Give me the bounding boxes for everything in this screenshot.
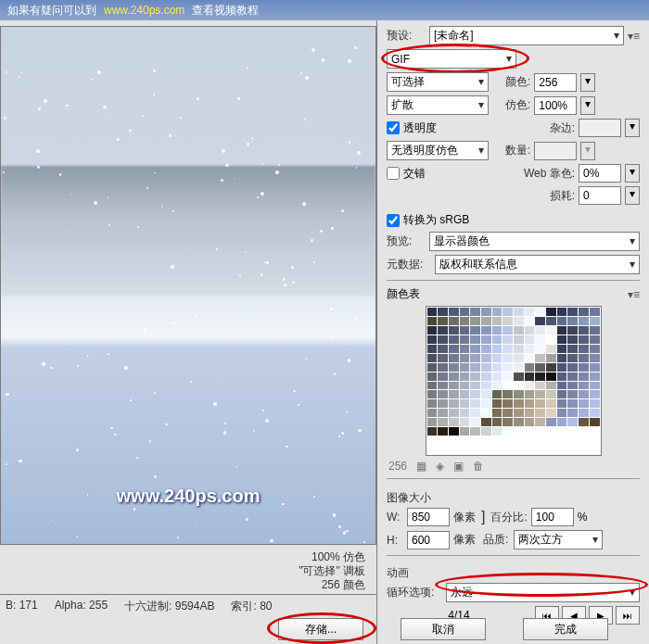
amount-field — [534, 142, 577, 160]
lossy-dropdown-icon[interactable]: ▾ — [625, 186, 640, 205]
quality-label: 品质: — [483, 532, 508, 548]
top-hint-bar: 如果有疑问可以到 www.240ps.com 查看视频教程 — [0, 0, 649, 20]
matte-dropdown-icon[interactable]: ▾ — [625, 119, 640, 137]
colors-dropdown-icon[interactable]: ▾ — [580, 73, 595, 92]
colors-label: 颜色: — [505, 74, 530, 90]
format-select[interactable]: GIF — [387, 49, 516, 69]
width-px: 像素 — [453, 510, 476, 525]
loop-select[interactable]: 永远 — [446, 583, 640, 602]
quality-select[interactable]: 两次立方 — [514, 530, 603, 549]
hint-url: www.240ps.com — [104, 4, 185, 17]
width-label: W: — [387, 511, 403, 524]
hint-text-1: 如果有疑问可以到 — [7, 3, 96, 19]
preview-panel: www.240ps.com 100% 仿色 "可选择" 调板 256 颜色 B:… — [0, 20, 376, 644]
cancel-button[interactable]: 取消 — [401, 618, 486, 640]
height-label: H: — [387, 534, 403, 547]
watermark-text: www.240ps.com — [117, 486, 261, 507]
preview-info-palette: "可选择" 调板 — [0, 564, 365, 578]
anim-label: 动画 — [387, 565, 640, 581]
matte-label: 杂边: — [550, 120, 575, 136]
status-bar: B: 171 Alpha: 255 十六进制: 9594AB 索引: 80 — [0, 594, 376, 618]
percent-label: 百分比: — [490, 510, 527, 525]
preview-select[interactable]: 显示器颜色 — [429, 232, 640, 251]
imagesize-label: 图像大小 — [387, 490, 640, 506]
preview-info: 100% 仿色 "可选择" 调板 256 颜色 — [0, 547, 376, 594]
color-table[interactable] — [426, 306, 602, 456]
amount-dropdown-icon: ▾ — [580, 142, 595, 160]
websnap-dropdown-icon[interactable]: ▾ — [625, 164, 640, 183]
preview-info-dither: 100% 仿色 — [0, 550, 365, 564]
amount-label: 数量: — [505, 143, 530, 158]
height-field[interactable]: 600 — [407, 531, 450, 549]
status-hex: 十六进制: 9594AB — [124, 599, 214, 614]
colortable-count: 256 — [388, 460, 407, 473]
preview-select-label: 预览: — [387, 234, 426, 249]
loop-label: 循环选项: — [387, 585, 442, 600]
reduction-select[interactable]: 可选择 — [387, 72, 489, 92]
interlaced-checkbox[interactable] — [387, 167, 400, 180]
transparency-checkbox[interactable] — [387, 121, 400, 134]
last-frame-button[interactable]: ⏭ — [616, 606, 640, 625]
status-b: B: 171 — [6, 599, 38, 614]
preview-info-colors: 256 颜色 — [0, 578, 365, 592]
colortable-label: 颜色表 — [387, 286, 420, 302]
interlaced-label: 交错 — [403, 166, 426, 182]
lossy-label: 损耗: — [550, 188, 575, 204]
image-preview: www.240ps.com — [0, 26, 376, 545]
panel-menu-icon[interactable]: ▾≡ — [628, 30, 640, 43]
percent-sym: % — [578, 511, 588, 524]
websnap-label: Web 靠色: — [524, 166, 575, 182]
dither-pct-dropdown-icon[interactable]: ▾ — [580, 96, 595, 115]
dither-pct-label: 仿色: — [505, 97, 530, 113]
matte-field[interactable] — [579, 119, 621, 137]
websnap-field[interactable]: 0% — [579, 164, 621, 183]
lock-icon[interactable]: ▦ — [416, 460, 426, 473]
done-button[interactable]: 完成 — [523, 618, 608, 640]
metadata-select[interactable]: 版权和联系信息 — [435, 255, 640, 274]
status-alpha: Alpha: 255 — [55, 599, 108, 614]
colors-field[interactable]: 256 — [534, 73, 577, 92]
status-index: 索引: 80 — [231, 599, 272, 614]
transparency-label: 透明度 — [403, 120, 437, 136]
hint-text-2: 查看视频教程 — [192, 3, 259, 19]
preset-label: 预设: — [387, 28, 426, 44]
map-icon[interactable]: ◈ — [436, 460, 444, 473]
colortable-menu-icon[interactable]: ▾≡ — [628, 288, 640, 301]
dither-pct-field[interactable]: 100% — [534, 96, 577, 115]
preset-select[interactable]: [未命名] — [429, 26, 624, 45]
settings-panel: 预设: [未命名] ▾≡ GIF 可选择 颜色: 256 ▾ 扩散 仿色: 10… — [376, 20, 649, 644]
link-icon[interactable]: ] — [481, 509, 485, 525]
save-button[interactable]: 存储... — [278, 618, 363, 640]
srgb-checkbox[interactable] — [387, 214, 400, 227]
srgb-label: 转换为 sRGB — [403, 212, 469, 228]
height-px: 像素 — [453, 532, 476, 548]
trash-icon[interactable]: 🗑 — [473, 460, 484, 473]
percent-field[interactable]: 100 — [531, 508, 574, 526]
metadata-label: 元数据: — [387, 257, 431, 272]
dither-select[interactable]: 扩散 — [387, 95, 489, 115]
width-field[interactable]: 850 — [407, 508, 450, 526]
new-swatch-icon[interactable]: ▣ — [453, 460, 464, 473]
lossy-field[interactable]: 0 — [579, 186, 621, 205]
no-trans-dither-select[interactable]: 无透明度仿色 — [387, 141, 489, 160]
